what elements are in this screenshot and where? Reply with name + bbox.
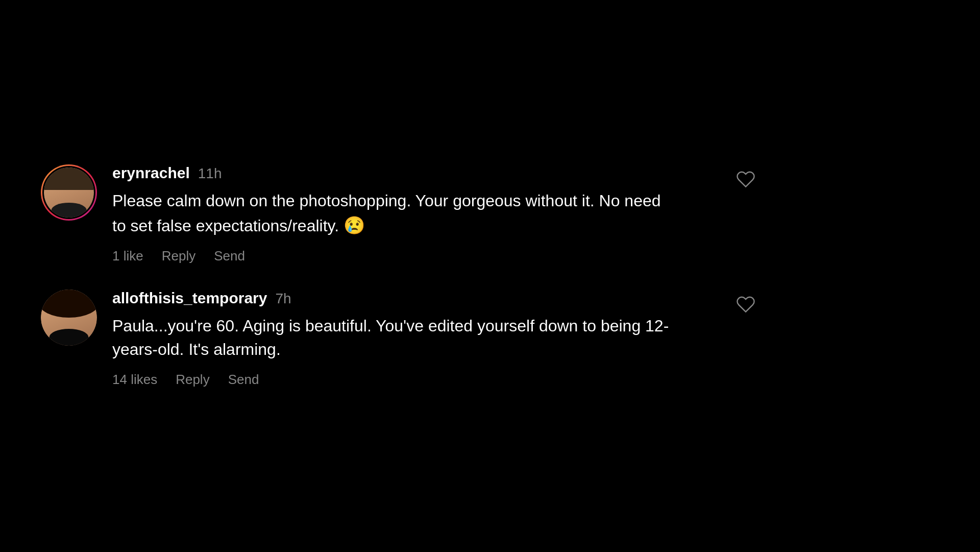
comments-list: erynrachel 11h Please calm down on the p… xyxy=(41,164,755,387)
comment-header: erynrachel 11h xyxy=(112,164,755,182)
likes-count[interactable]: 1 like xyxy=(112,248,143,264)
avatar xyxy=(41,164,97,221)
timestamp: 7h xyxy=(275,291,291,307)
comment-actions: 1 like Reply Send xyxy=(112,248,755,264)
likes-count[interactable]: 14 likes xyxy=(112,372,157,388)
comment-content: allofthisis_temporary 7h Paula...you're … xyxy=(112,290,755,388)
comment-actions: 14 likes Reply Send xyxy=(112,372,755,388)
username[interactable]: allofthisis_temporary xyxy=(112,290,267,307)
comment-item: allofthisis_temporary 7h Paula...you're … xyxy=(41,290,755,388)
reply-button[interactable]: Reply xyxy=(176,372,209,388)
send-button[interactable]: Send xyxy=(214,248,245,264)
heart-icon[interactable] xyxy=(736,297,755,318)
comment-header: allofthisis_temporary 7h xyxy=(112,290,755,307)
comment-text: Please calm down on the photoshopping. Y… xyxy=(112,189,674,238)
reply-button[interactable]: Reply xyxy=(162,248,195,264)
like-heart-button[interactable] xyxy=(736,170,755,194)
like-heart-button[interactable] xyxy=(736,295,755,319)
timestamp: 11h xyxy=(198,165,222,182)
heart-icon[interactable] xyxy=(736,172,755,193)
comment-text: Paula...you're 60. Aging is beautiful. Y… xyxy=(112,314,674,362)
avatar xyxy=(41,290,97,346)
emoji: 😢 xyxy=(344,215,365,235)
username[interactable]: erynrachel xyxy=(112,164,190,182)
comment-item: erynrachel 11h Please calm down on the p… xyxy=(41,164,755,264)
send-button[interactable]: Send xyxy=(228,372,259,388)
comment-content: erynrachel 11h Please calm down on the p… xyxy=(112,164,755,264)
